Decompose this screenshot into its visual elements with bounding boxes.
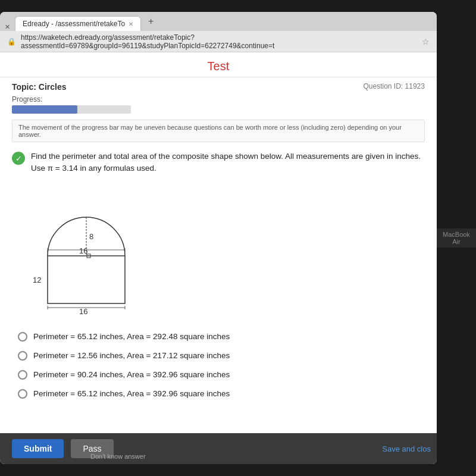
radio-4[interactable]	[18, 389, 27, 399]
tab-close-icon[interactable]: ✕	[129, 21, 133, 27]
page-title: Test	[208, 60, 230, 73]
page-content: Test Topic: Circles Question ID: 11923 P…	[0, 52, 437, 433]
option-1-text: Perimeter = 65.12 inches, Area = 292.48 …	[33, 332, 230, 341]
progress-bar-inner	[12, 105, 77, 114]
option-4[interactable]: Perimeter = 65.12 inches, Area = 392.96 …	[18, 384, 425, 403]
progress-bar-outer	[12, 105, 131, 114]
new-tab-button[interactable]: +	[143, 14, 158, 29]
bottom-bar: Submit Pass Don't know answer Save and c…	[0, 433, 437, 464]
topic-label: Topic: Circles	[12, 82, 67, 92]
lock-icon: 🔒	[7, 37, 16, 46]
topic-bar: Topic: Circles Question ID: 11923	[0, 77, 437, 94]
dont-know-label: Don't know answer	[90, 453, 146, 460]
svg-text:8: 8	[89, 232, 93, 241]
option-3-text: Perimeter = 90.24 inches, Area = 392.96 …	[33, 370, 230, 379]
page-header: Test	[0, 52, 437, 77]
address-bar: 🔒 https://waketech.edready.org/assessmen…	[0, 31, 437, 52]
info-banner: The movement of the progress bar may be …	[12, 120, 425, 142]
answer-options: Perimeter = 65.12 inches, Area = 292.48 …	[18, 327, 425, 403]
radio-3[interactable]	[18, 370, 27, 380]
svg-text:16: 16	[79, 307, 87, 315]
url-display: https://waketech.edready.org/assessment/…	[21, 33, 417, 50]
submit-button[interactable]: Submit	[12, 439, 64, 458]
question-id: Question ID: 11923	[364, 82, 425, 90]
option-2[interactable]: Perimeter = 12.56 inches, Area = 217.12 …	[18, 346, 425, 365]
progress-label: Progress:	[12, 95, 425, 104]
composite-shape-svg: 8 16 12 16	[30, 184, 149, 315]
bookmark-icon[interactable]: ☆	[422, 37, 430, 46]
question-block: ✓ Find the perimeter and total area of t…	[12, 151, 425, 175]
window-close[interactable]: ✕	[5, 23, 10, 31]
active-tab[interactable]: Edready - /assessment/retakeTo ✕	[15, 16, 141, 31]
progress-section: Progress:	[0, 94, 437, 117]
question-status-icon: ✓	[12, 152, 25, 165]
shape-diagram: 8 16 12 16	[30, 184, 149, 315]
question-text: Find the perimeter and total area of the…	[31, 151, 425, 175]
question-area: ✓ Find the perimeter and total area of t…	[0, 147, 437, 433]
tab-label: Edready - /assessment/retakeTo	[23, 20, 125, 28]
mac-label: MacBook Air	[443, 231, 470, 245]
option-3[interactable]: Perimeter = 90.24 inches, Area = 392.96 …	[18, 365, 425, 384]
svg-rect-0	[48, 256, 125, 303]
browser-window: ✕ Edready - /assessment/retakeTo ✕ + 🔒 h…	[0, 12, 437, 464]
svg-text:16: 16	[79, 246, 87, 255]
mac-bar: MacBook Air	[437, 228, 476, 248]
tab-bar: ✕ Edready - /assessment/retakeTo ✕ +	[0, 12, 437, 31]
option-1[interactable]: Perimeter = 65.12 inches, Area = 292.48 …	[18, 327, 425, 346]
radio-1[interactable]	[18, 332, 27, 342]
option-4-text: Perimeter = 65.12 inches, Area = 392.96 …	[33, 389, 230, 398]
save-close-button[interactable]: Save and clos	[382, 444, 431, 453]
radio-2[interactable]	[18, 351, 27, 361]
svg-text:12: 12	[33, 275, 41, 284]
option-2-text: Perimeter = 12.56 inches, Area = 217.12 …	[33, 351, 230, 360]
